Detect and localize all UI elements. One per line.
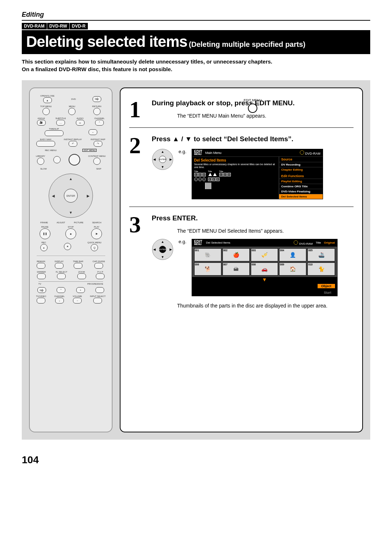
- label-channel: CHANNEL: [94, 117, 105, 119]
- page-number: 104: [22, 454, 370, 466]
- osd-func-finalize: DVD-Video Finalizing: [279, 189, 323, 194]
- btn-subtitle[interactable]: …: [56, 120, 65, 126]
- intro-line1: This section explains how to simultaneou…: [22, 58, 370, 65]
- label-tvvideo: TV/VIDEO: [36, 295, 46, 297]
- label-contentmenu: CONTENT MENU: [88, 155, 106, 157]
- btn-return[interactable]: [93, 108, 101, 115]
- thumb-img-icon: 🏔: [233, 266, 238, 272]
- step-3-desc: The “EDIT MENU Del Selected Items” appea…: [177, 228, 354, 234]
- btn-tv-vol-up[interactable]: +: [76, 287, 85, 293]
- btn-instant-replay[interactable]: ↶: [69, 141, 77, 147]
- osd-disc-type: DVD-RAM: [300, 150, 320, 155]
- disc-icon: [300, 150, 304, 155]
- label-inputselect: INPUT SELECT: [90, 295, 106, 297]
- title-bar: Deleting selected items (Deleting multip…: [22, 30, 370, 54]
- label-chpdivide: CHP DIVIDE: [93, 260, 105, 262]
- btn-timeslip[interactable]: [45, 130, 64, 136]
- btn-remain[interactable]: [37, 263, 45, 269]
- btn-library[interactable]: [37, 158, 44, 165]
- barcode-icon: [205, 183, 277, 189]
- btn-instant-skip[interactable]: ↷: [94, 141, 102, 147]
- btn-inputselect[interactable]: [93, 298, 102, 304]
- btn-progressive[interactable]: [95, 287, 104, 293]
- btn-chpdivide[interactable]: [94, 263, 103, 269]
- title-main: Deleting selected items: [26, 33, 187, 50]
- arrow-left-icon: ◀: [153, 158, 156, 161]
- btn-tvvideo[interactable]: [37, 298, 45, 304]
- btn-flselect[interactable]: [57, 273, 66, 279]
- btn-power[interactable]: I/⏻: [93, 96, 101, 102]
- btn-play[interactable]: ▶: [91, 228, 102, 239]
- btn-channel-up[interactable]: ⌃: [95, 120, 104, 126]
- btn-display[interactable]: [55, 263, 64, 269]
- label-instant-replay: INSTANT REPLAY: [64, 138, 82, 140]
- mini-dpad-enter-icon: ▲ ▼ ◀ ▶ ENTER: [152, 239, 173, 260]
- label-dimmer: DIMMER: [37, 271, 46, 273]
- label-timeslip: TIMESLIP: [49, 128, 59, 130]
- label-search: SEARCH: [92, 221, 101, 224]
- label-dvd: DVD: [71, 98, 76, 100]
- btn-pause[interactable]: ❚❚: [40, 228, 50, 239]
- dpad-left-icon[interactable]: ◀: [52, 194, 55, 198]
- btn-angle[interactable]: 🎥: [37, 120, 46, 126]
- thumb-img-icon: 🐈: [318, 266, 324, 272]
- dpad-enter[interactable]: ENTER: [64, 189, 78, 203]
- intro-text: This section explains how to simultaneou…: [22, 58, 370, 73]
- osd2-object-btn: Object: [318, 284, 335, 288]
- btn-recmenu[interactable]: [53, 156, 61, 163]
- btn-contentmenu[interactable]: [93, 158, 101, 165]
- btn-quickmenu[interactable]: Q: [91, 244, 98, 251]
- arrow-down-icon: ▼: [161, 255, 164, 259]
- thumb-num: 006: [195, 263, 199, 266]
- title-sub: (Deleting multiple specified parts): [189, 40, 305, 48]
- osd-func-playlist: Playlist Editing: [279, 179, 323, 184]
- btn-channel-down[interactable]: ⌄: [89, 129, 97, 135]
- dpad[interactable]: ▲ ▼ ◀ ▶ ENTER: [49, 174, 93, 218]
- editmenu-button-icon: [248, 103, 257, 113]
- scroll-down-icon: ▼: [192, 277, 337, 283]
- btn-timebar[interactable]: [74, 263, 82, 269]
- label-display: DISPLAY: [54, 260, 64, 262]
- label-progressive: PROGRESSIVE: [87, 283, 103, 285]
- label-library: LIBRARY: [36, 155, 45, 157]
- label-play: PLAY: [94, 226, 99, 228]
- step-1-desc: The “EDIT MENU Main Menu” appears.: [177, 113, 354, 119]
- btn-star[interactable]: ★: [64, 243, 71, 250]
- btn-editmenu[interactable]: [69, 154, 80, 166]
- btn-topmenu[interactable]: [42, 108, 50, 115]
- osd-source-hdr: Source: [279, 157, 323, 162]
- osd-func-delselected: Del Selected Items: [279, 194, 323, 199]
- label-tv-channel: CHANNEL: [54, 295, 65, 297]
- thumbnail-grid: 001🐘 002🍎 003🎺 004👤 005🚢 006🐕 007🏔 008🚗 …: [192, 247, 337, 277]
- btn-rec[interactable]: ●: [40, 244, 48, 251]
- dpad-down-icon[interactable]: ▼: [69, 211, 73, 215]
- btn-stop[interactable]: ■: [65, 228, 76, 239]
- btn-eject[interactable]: ▲: [43, 97, 52, 103]
- btn-tv-ch-up[interactable]: ⌃: [57, 287, 65, 293]
- btn-dimmer[interactable]: [37, 273, 46, 279]
- thumb-num: 005: [308, 249, 313, 252]
- label-flselect: FL SELECT: [56, 271, 68, 273]
- osd-func-hdr: Edit Functions: [279, 174, 323, 179]
- osd2-meta-orig: Original: [324, 241, 335, 244]
- btn-zoom[interactable]: [77, 273, 86, 279]
- disc-tag-rw: DVD-RW: [47, 23, 70, 29]
- osd-func-combine: Combine ORG Title: [279, 184, 323, 189]
- thumb-num: 009: [280, 263, 284, 266]
- btn-menu[interactable]: [68, 108, 75, 115]
- btn-tv-ch-down[interactable]: ⌄: [55, 298, 64, 304]
- btn-tv-vol-down[interactable]: −: [73, 298, 82, 304]
- label-instant-skip: INSTANT SKIP: [91, 138, 105, 140]
- label-audio: AUDIO: [77, 117, 83, 119]
- thumb-num: 003: [252, 249, 256, 252]
- btn-easynavi[interactable]: [36, 141, 55, 147]
- thumb-num: 007: [223, 263, 228, 266]
- btn-pinp[interactable]: [96, 273, 105, 279]
- btn-tv-power[interactable]: I/⏻: [37, 287, 46, 293]
- thumb-num: 001: [195, 249, 199, 252]
- btn-audio[interactable]: ∞: [76, 120, 85, 126]
- label-pinp: P in P: [97, 271, 103, 273]
- dpad-right-icon[interactable]: ▶: [87, 194, 90, 198]
- mini-dpad-icon: ▲ ▼ ◀ ▶ ENTER: [152, 149, 173, 170]
- dpad-up-icon[interactable]: ▲: [69, 177, 73, 181]
